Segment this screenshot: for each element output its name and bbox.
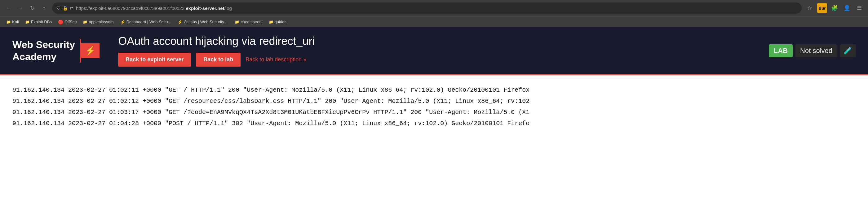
browser-action-icons: ☆ Bur 🧩 👤 ☰ xyxy=(805,3,864,13)
url-path-part: /log xyxy=(224,6,232,11)
reload-button[interactable]: ↻ xyxy=(27,3,37,13)
profile-icon[interactable]: 👤 xyxy=(842,3,852,13)
bookmark-label: Kali xyxy=(12,20,19,24)
log-line: 91.162.140.134 2023-02-27 01:03:17 +0000… xyxy=(12,107,856,118)
browser-chrome: ← → ↻ ⌂ 🛡 🔒 ⇄ https://exploit-0a68007904… xyxy=(0,0,868,27)
bookmark-guides[interactable]: 📁 guides xyxy=(266,18,289,25)
bookmarks-bar: 📁 Kali 📁 Exploit DBs 🔴 OffSec 📁 appleblo… xyxy=(0,16,868,27)
url-display: https://exploit-0a68007904cad9f0c073e9a2… xyxy=(76,6,797,11)
bookmark-all-labs[interactable]: ⚡ All labs | Web Security ... xyxy=(175,18,231,26)
bookmark-offsec[interactable]: 🔴 OffSec xyxy=(56,18,80,26)
shield-icon: 🛡 xyxy=(56,6,61,10)
header-buttons: Back to exploit server Back to lab Back … xyxy=(118,53,760,67)
bookmark-label: Dashboard | Web Secu... xyxy=(126,20,172,24)
page-header: Web Security Academy ⚡ OAuth account hij… xyxy=(0,27,868,75)
logo-area: Web Security Academy ⚡ xyxy=(12,39,99,63)
log-line: 91.162.140.134 2023-02-27 01:02:11 +0000… xyxy=(12,85,856,96)
home-button[interactable]: ⌂ xyxy=(39,3,49,13)
lightning-icon: ⚡ xyxy=(120,20,125,25)
lock-icon: 🔒 xyxy=(63,6,68,10)
flask-icon: 🧪 xyxy=(840,44,856,57)
bookmark-label: All labs | Web Security ... xyxy=(184,20,228,24)
burp-icon[interactable]: Bur xyxy=(817,3,827,13)
log-line: 91.162.140.134 2023-02-27 01:02:12 +0000… xyxy=(12,96,856,107)
not-solved-label: Not solved xyxy=(795,44,837,57)
bookmark-label: Exploit DBs xyxy=(31,20,52,24)
bookmark-kali[interactable]: 📁 Kali xyxy=(4,18,21,25)
log-line: 91.162.140.134 2023-02-27 01:04:28 +0000… xyxy=(12,118,856,129)
url-bold-part: exploit-server.net xyxy=(186,6,224,11)
address-bar[interactable]: 🛡 🔒 ⇄ https://exploit-0a68007904cad9f0c0… xyxy=(52,2,802,13)
lightning-icon: ⚡ xyxy=(177,20,183,25)
nav-buttons: ← → ↻ ⌂ xyxy=(4,3,49,13)
bookmark-dashboard[interactable]: ⚡ Dashboard | Web Secu... xyxy=(118,18,174,26)
lab-title: OAuth account hijacking via redirect_uri xyxy=(118,35,760,48)
back-to-lab-button[interactable]: Back to lab xyxy=(196,53,241,67)
lab-status: LAB Not solved 🧪 xyxy=(769,44,856,57)
folder-icon: 📁 xyxy=(269,20,273,24)
bookmark-appleblossom[interactable]: 📁 appleblossom xyxy=(80,18,116,25)
bookmark-label: OffSec xyxy=(64,20,77,24)
folder-icon: 📁 xyxy=(6,20,11,24)
back-to-exploit-server-button[interactable]: Back to exploit server xyxy=(118,53,191,67)
logo-lightning-icon: ⚡ xyxy=(81,43,99,58)
bookmark-exploit-dbs[interactable]: 📁 Exploit DBs xyxy=(23,18,54,25)
rearrange-icon: ⇄ xyxy=(70,6,73,10)
browser-toolbar: ← → ↻ ⌂ 🛡 🔒 ⇄ https://exploit-0a68007904… xyxy=(0,0,868,16)
back-button[interactable]: ← xyxy=(4,3,13,13)
menu-icon[interactable]: ☰ xyxy=(855,3,864,13)
log-content: 91.162.140.134 2023-02-27 01:02:11 +0000… xyxy=(0,75,868,138)
folder-icon: 📁 xyxy=(235,20,239,24)
bookmark-label: guides xyxy=(275,20,286,24)
offsec-icon: 🔴 xyxy=(58,20,63,25)
address-bar-icons: 🛡 🔒 ⇄ xyxy=(56,6,73,10)
logo-line2: Academy xyxy=(12,51,75,63)
bookmark-label: appleblossom xyxy=(89,20,114,24)
bookmark-label: cheatsheets xyxy=(241,20,262,24)
forward-button[interactable]: → xyxy=(16,3,25,13)
folder-icon: 📁 xyxy=(83,20,87,24)
extensions-icon[interactable]: 🧩 xyxy=(830,3,839,13)
folder-icon: 📁 xyxy=(25,20,30,24)
back-to-lab-description-link[interactable]: Back to lab description » xyxy=(246,56,306,63)
bookmark-icon[interactable]: ☆ xyxy=(805,3,815,13)
logo-text: Web Security Academy xyxy=(12,39,81,63)
bookmark-cheatsheets[interactable]: 📁 cheatsheets xyxy=(232,18,265,25)
header-content: OAuth account hijacking via redirect_uri… xyxy=(109,35,760,67)
lab-badge: LAB xyxy=(769,44,793,57)
url-normal-part: https://exploit-0a68007904cad9f0c073e9a2… xyxy=(76,6,186,11)
logo-line1: Web Security xyxy=(12,39,75,51)
